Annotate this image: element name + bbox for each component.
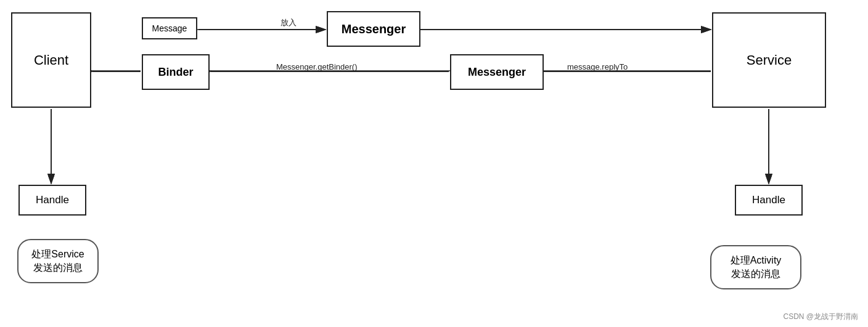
- handle-client-box: Handle: [18, 185, 86, 216]
- messenger-bottom-box: Messenger: [450, 54, 544, 90]
- handle-service-box: Handle: [735, 185, 803, 216]
- binder-label: Binder: [158, 66, 193, 79]
- service-note-label: 处理Activity 发送的消息: [731, 254, 782, 281]
- service-note-box: 处理Activity 发送的消息: [710, 245, 801, 289]
- service-label: Service: [747, 52, 792, 68]
- client-note-box: 处理Service 发送的消息: [17, 239, 99, 283]
- handle-client-label: Handle: [36, 194, 69, 206]
- client-box: Client: [11, 12, 91, 108]
- message-small-label: Message: [152, 23, 187, 33]
- label-messenger-binder: Messenger.getBinder(): [276, 62, 358, 71]
- client-note-label: 处理Service 发送的消息: [31, 248, 84, 275]
- service-box: Service: [712, 12, 826, 108]
- label-message-replyto: message.replyTo: [567, 62, 628, 71]
- diagram-container: Client Message Binder Messenger Messenge…: [0, 0, 868, 327]
- messenger-bottom-label: Messenger: [468, 66, 526, 79]
- binder-box: Binder: [142, 54, 210, 90]
- watermark: CSDN @龙战于野渭南: [783, 312, 858, 322]
- client-label: Client: [34, 52, 68, 68]
- handle-service-label: Handle: [752, 194, 785, 206]
- label-ruru: 放入: [280, 17, 297, 28]
- message-small-box: Message: [142, 17, 197, 39]
- messenger-top-box: Messenger: [327, 11, 420, 47]
- messenger-top-label: Messenger: [342, 22, 406, 36]
